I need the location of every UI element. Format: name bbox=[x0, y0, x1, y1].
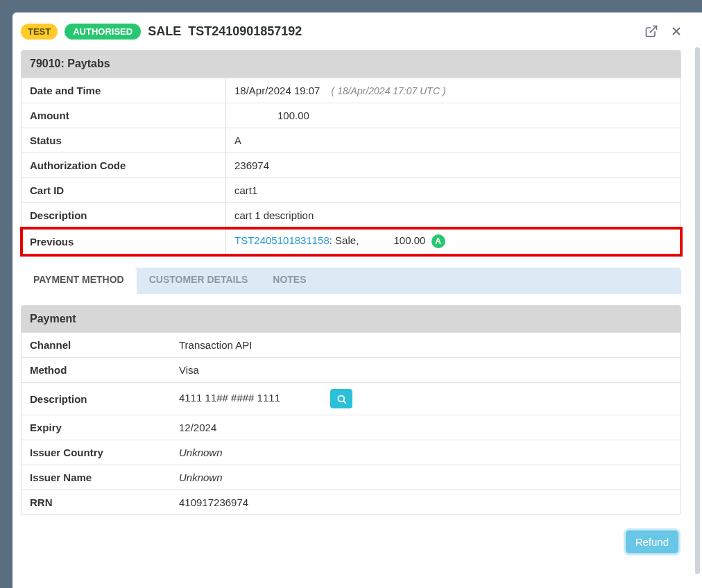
table-row: Cart ID cart1 bbox=[22, 178, 681, 203]
payment-desc-label: Description bbox=[22, 383, 171, 415]
modal-header: TEST AUTHORISED SALE TST2410901857192 bbox=[18, 22, 685, 40]
authorised-badge: AUTHORISED bbox=[65, 24, 141, 40]
table-row: Description cart 1 description bbox=[22, 203, 681, 228]
search-icon[interactable] bbox=[330, 389, 352, 408]
tabs: PAYMENT METHOD CUSTOMER DETAILS NOTES bbox=[21, 268, 681, 294]
table-row: Description 4111 11## #### 1111 bbox=[22, 383, 680, 415]
payment-desc-value: 4111 11## #### 1111 bbox=[171, 383, 680, 415]
amount-label: Amount bbox=[22, 103, 226, 128]
table-row: Issuer Country Unknown bbox=[22, 440, 680, 465]
previous-value: TST2405101831158: Sale, 100.00 A bbox=[226, 228, 681, 255]
table-row: RRN 410917236974 bbox=[22, 490, 680, 515]
share-icon[interactable] bbox=[642, 22, 660, 40]
date-utc: ( 18/Apr/2024 17:07 UTC ) bbox=[332, 85, 446, 96]
refund-button[interactable]: Refund bbox=[626, 530, 678, 553]
method-label: Method bbox=[22, 358, 171, 383]
table-row: Method Visa bbox=[22, 358, 680, 383]
table-row: Amount 100.00 bbox=[22, 103, 681, 128]
close-icon[interactable] bbox=[667, 22, 685, 40]
merchant-header: 79010: Paytabs bbox=[21, 50, 681, 78]
issuer-country-value: Unknown bbox=[171, 440, 680, 465]
status-value: A bbox=[226, 128, 681, 153]
payment-table: Channel Transaction API Method Visa Desc… bbox=[22, 332, 680, 514]
issuer-name-value: Unknown bbox=[171, 465, 680, 490]
desc-value: cart 1 description bbox=[226, 203, 681, 228]
cart-label: Cart ID bbox=[22, 178, 226, 203]
method-value: Visa bbox=[171, 358, 680, 383]
desc-label: Description bbox=[22, 203, 226, 228]
payment-section: Payment Channel Transaction API Method V… bbox=[21, 305, 681, 515]
table-row: Channel Transaction API bbox=[22, 333, 680, 358]
channel-label: Channel bbox=[22, 333, 171, 358]
svg-line-0 bbox=[650, 26, 656, 33]
previous-row: Previous TST2405101831158: Sale, 100.00 … bbox=[22, 228, 681, 255]
rrn-label: RRN bbox=[22, 490, 171, 515]
auth-label: Authorization Code bbox=[22, 153, 226, 178]
tab-customer-details[interactable]: CUSTOMER DETAILS bbox=[137, 268, 261, 294]
cart-value: cart1 bbox=[226, 178, 681, 203]
previous-amount: 100.00 bbox=[393, 234, 425, 246]
amount-value: 100.00 bbox=[226, 103, 681, 128]
test-badge: TEST bbox=[21, 24, 58, 40]
expiry-label: Expiry bbox=[22, 415, 171, 440]
table-row: Issuer Name Unknown bbox=[22, 465, 680, 490]
modal-footer: Refund bbox=[21, 515, 681, 553]
auth-value: 236974 bbox=[226, 153, 681, 178]
previous-label: Previous bbox=[22, 228, 226, 255]
expiry-value: 12/2024 bbox=[171, 415, 680, 440]
table-row: Date and Time 18/Apr/2024 19:07 ( 18/Apr… bbox=[22, 78, 681, 103]
status-badge: A bbox=[431, 234, 445, 248]
scrollbar[interactable] bbox=[695, 47, 700, 574]
transaction-id: TST2410901857192 bbox=[188, 24, 302, 38]
modal-content: 79010: Paytabs Date and Time 18/Apr/2024… bbox=[18, 50, 685, 573]
rrn-value: 410917236974 bbox=[171, 490, 680, 515]
tab-notes[interactable]: NOTES bbox=[260, 268, 318, 294]
previous-tx-link[interactable]: TST2405101831158 bbox=[234, 234, 329, 246]
status-label: Status bbox=[22, 128, 226, 153]
details-table: Date and Time 18/Apr/2024 19:07 ( 18/Apr… bbox=[21, 78, 681, 255]
payment-header: Payment bbox=[22, 306, 680, 332]
svg-line-4 bbox=[343, 401, 345, 403]
table-row: Authorization Code 236974 bbox=[22, 153, 681, 178]
sale-title: SALE TST2410901857192 bbox=[148, 24, 302, 39]
table-row: Status A bbox=[22, 128, 681, 153]
sale-label: SALE bbox=[148, 24, 181, 38]
date-label: Date and Time bbox=[22, 78, 226, 103]
issuer-country-label: Issuer Country bbox=[22, 440, 171, 465]
channel-value: Transaction API bbox=[171, 333, 680, 358]
table-row: Expiry 12/2024 bbox=[22, 415, 680, 440]
tab-payment-method[interactable]: PAYMENT METHOD bbox=[21, 268, 137, 294]
transaction-modal: TEST AUTHORISED SALE TST2410901857192 79… bbox=[12, 12, 702, 588]
issuer-name-label: Issuer Name bbox=[22, 465, 171, 490]
date-value: 18/Apr/2024 19:07 ( 18/Apr/2024 17:07 UT… bbox=[226, 78, 681, 103]
